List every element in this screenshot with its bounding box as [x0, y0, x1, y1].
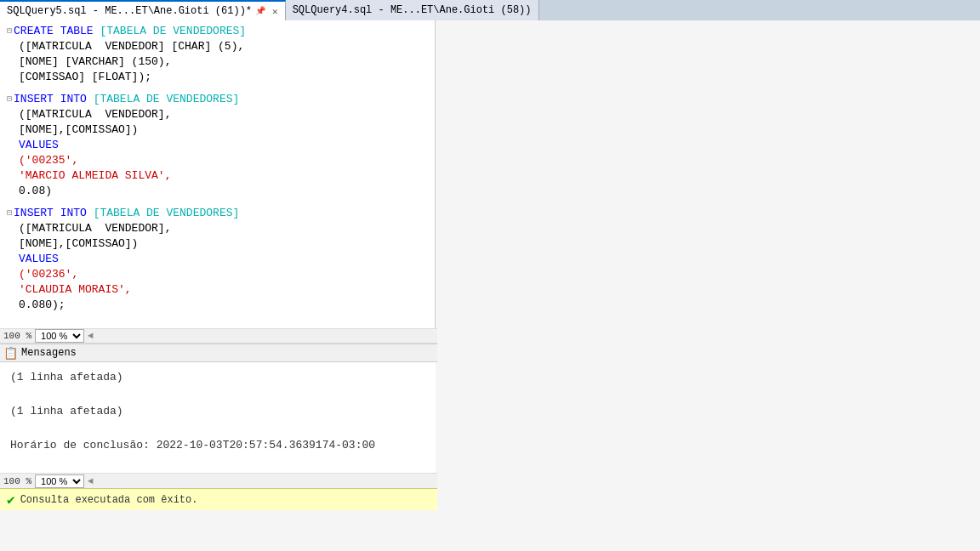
table-name: [TABELA DE VENDEDORES] [94, 92, 240, 107]
message-line-2: (1 linha afetada) [10, 403, 425, 420]
content-wrapper: ⊟ CREATE TABLE [TABELA DE VENDEDORES] ([… [0, 20, 437, 510]
tab-pin-icon: 📌 [255, 6, 265, 16]
message-line-3: Horário de conclusão: 2022-10-03T20:57:5… [10, 437, 425, 454]
code-line: [COMISSAO] [FLOAT]); [0, 70, 435, 85]
messages-tab-bar: 📋 Mensagens [0, 344, 437, 362]
code-line: [NOME],[COMISSAO]) [0, 122, 435, 138]
editor-zoom-label: 100 % [3, 331, 31, 341]
block-spacer [0, 199, 435, 206]
editor-scrollbar-row: 100 % 100 % ◄ [0, 328, 437, 344]
code-line: 'CLAUDIA MORAIS', [0, 282, 435, 298]
code-line: ([MATRICULA VENDEDOR], [0, 107, 435, 122]
keyword-insert: INSERT INTO [14, 92, 94, 107]
scrollbar-track: ◄ [88, 331, 94, 341]
message-line-blank2 [10, 420, 425, 437]
code-line: ([MATRICULA VENDEDOR] [CHAR] (5), [0, 39, 435, 54]
tab-query5[interactable]: SQLQuery5.sql - ME...ET\Ane.Gioti (61))*… [0, 0, 286, 20]
code-text: ([MATRICULA VENDEDOR] [CHAR] (5), [19, 39, 244, 54]
code-line: ⊟ CREATE TABLE [TABELA DE VENDEDORES] [0, 24, 435, 39]
keyword-values: VALUES [19, 252, 59, 267]
tab-label: SQLQuery5.sql - ME...ET\Ane.Gioti (61))* [7, 5, 252, 17]
keyword-values: VALUES [19, 138, 59, 153]
numeric-value: 0.08) [19, 184, 52, 199]
messages-area: (1 linha afetada) (1 linha afetada) Horá… [0, 362, 436, 473]
tab-query4[interactable]: SQLQuery4.sql - ME...ET\Ane.Gioti (58)) [286, 0, 539, 20]
editor-area[interactable]: ⊟ CREATE TABLE [TABELA DE VENDEDORES] ([… [0, 20, 436, 328]
string-value: ('00235', [19, 153, 78, 168]
code-line: ⊟ INSERT INTO [TABELA DE VENDEDORES] [0, 206, 435, 221]
collapse-btn[interactable]: ⊟ [7, 92, 12, 107]
code-line: 0.08) [0, 184, 435, 199]
code-line: [NOME] [VARCHAR] (150), [0, 54, 435, 70]
code-text: [COMISSAO] [FLOAT]); [19, 70, 151, 85]
messages-tab-icon: 📋 [3, 346, 18, 361]
code-line: ('00235', [0, 153, 435, 168]
table-name: [TABELA DE VENDEDORES] [100, 24, 246, 39]
code-line: ⊟ INSERT INTO [TABELA DE VENDEDORES] [0, 92, 435, 107]
status-success-icon: ✔ [7, 491, 15, 508]
messages-zoom-select[interactable]: 100 % [35, 474, 84, 488]
tab-close-icon[interactable]: ✕ [272, 6, 278, 17]
collapse-btn[interactable]: ⊟ [7, 24, 12, 39]
code-line: ([MATRICULA VENDEDOR], [0, 221, 435, 236]
block-spacer [0, 85, 435, 92]
messages-tab-label[interactable]: Mensagens [21, 347, 77, 359]
messages-scrollbar-row: 100 % 100 % ◄ [0, 473, 437, 488]
keyword-create: CREATE [14, 24, 54, 39]
messages-scrollbar-track: ◄ [88, 476, 94, 486]
editor-zoom-select[interactable]: 100 % [35, 329, 84, 343]
code-text: [NOME] [VARCHAR] (150), [19, 54, 171, 70]
status-text: Consulta executada com êxito. [20, 494, 198, 506]
tab-bar: SQLQuery5.sql - ME...ET\Ane.Gioti (61))*… [0, 0, 980, 20]
numeric-value: 0.080); [19, 298, 66, 313]
code-text: [NOME],[COMISSAO]) [19, 122, 138, 138]
tab-label: SQLQuery4.sql - ME...ET\Ane.Gioti (58)) [293, 4, 532, 16]
code-line: 'MARCIO ALMEIDA SILVA', [0, 168, 435, 184]
string-value: 'MARCIO ALMEIDA SILVA', [19, 168, 171, 184]
status-bar: ✔ Consulta executada com êxito. [0, 488, 437, 510]
messages-zoom-label: 100 % [3, 476, 31, 486]
code-line: VALUES [0, 138, 435, 153]
code-text: ([MATRICULA VENDEDOR], [19, 107, 171, 122]
keyword-insert: INSERT INTO [14, 206, 94, 221]
message-line-blank1 [10, 386, 425, 403]
code-line: VALUES [0, 252, 435, 267]
code-text: ([MATRICULA VENDEDOR], [19, 221, 171, 236]
code-line: 0.080); [0, 298, 435, 313]
code-line: [NOME],[COMISSAO]) [0, 236, 435, 252]
code-text: [NOME],[COMISSAO]) [19, 236, 138, 252]
collapse-btn[interactable]: ⊟ [7, 206, 12, 221]
string-value: 'CLAUDIA MORAIS', [19, 282, 132, 298]
app-container: SQLQuery5.sql - ME...ET\Ane.Gioti (61))*… [0, 0, 980, 510]
keyword-table: TABLE [54, 24, 100, 39]
string-value: ('00236', [19, 267, 78, 282]
table-name: [TABELA DE VENDEDORES] [94, 206, 240, 221]
message-line-1: (1 linha afetada) [10, 369, 425, 386]
code-line: ('00236', [0, 267, 435, 282]
